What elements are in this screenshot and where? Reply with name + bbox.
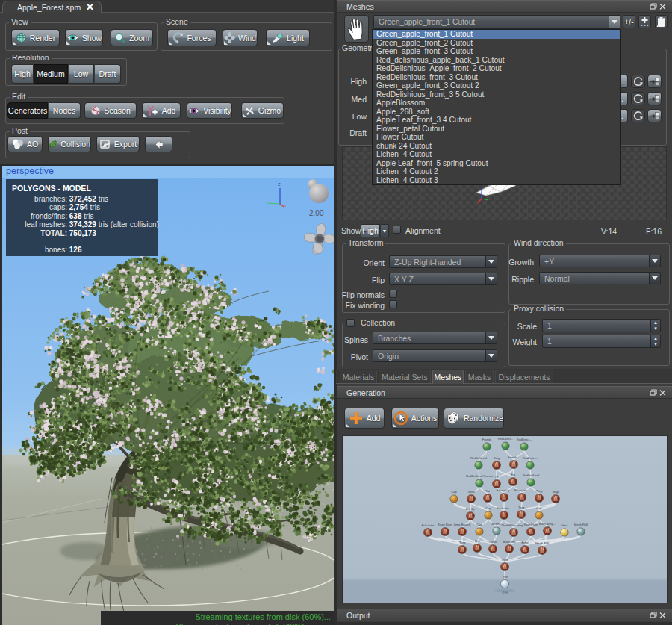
- svg-text:RedDelici...: RedDelici...: [517, 438, 532, 441]
- svg-text:Cap: Cap: [485, 506, 491, 510]
- svg-text:Echi later: Echi later: [422, 523, 435, 527]
- svg-text:Twigs: Twigs: [467, 490, 475, 494]
- svg-text:RedDeltLeaf Fronds: RedDeltLeaf Fronds: [466, 474, 493, 478]
- svg-text:Knee Bran: Knee Bran: [438, 523, 452, 526]
- svg-text:Trunk: Trunk: [501, 558, 508, 562]
- svg-text:Big: Big: [511, 473, 515, 476]
- svg-text:Mesh Roll: Mesh Roll: [574, 523, 588, 526]
- svg-text:Bifurcating...: Bifurcating...: [539, 522, 556, 526]
- svg-text:2.00: 2.00: [309, 209, 324, 217]
- svg-text:Root Flare: Root Flare: [524, 523, 538, 526]
- svg-text:RedDelici...: RedDelici...: [523, 456, 538, 460]
- svg-text:Trunks: Trunks: [488, 540, 497, 544]
- svg-text:Branches: Branches: [503, 540, 516, 544]
- svg-text:Twig: Twig: [536, 489, 542, 493]
- svg-text:Tree: Tree: [501, 591, 508, 594]
- svg-text:z: z: [278, 181, 281, 187]
- svg-text:Cap: Cap: [476, 523, 482, 526]
- svg-text:x: x: [284, 203, 286, 208]
- svg-text:Bifurcat-g...: Bifurcat-g...: [497, 488, 511, 492]
- svg-text:Mesh Roll: Mesh Roll: [535, 541, 549, 545]
- svg-text:Twi: Twi: [485, 489, 490, 493]
- svg-text:Fronds...: Fronds...: [508, 455, 520, 459]
- svg-text:RedDelici...: RedDelici...: [498, 437, 513, 441]
- svg-text:Bra: Bra: [475, 539, 480, 543]
- svg-text:Gnrl: Gnrl: [561, 523, 567, 527]
- svg-text:Bifurcatin...: Bifurcatin...: [497, 506, 511, 510]
- svg-text:RedDeltLeaf: RedDeltLeaf: [470, 456, 488, 460]
- svg-text:Cap: Cap: [451, 490, 457, 494]
- svg-text:Tw: Tw: [494, 475, 498, 479]
- svg-text:Fronds: Fronds: [482, 438, 491, 441]
- svg-text:Big Sp: Big Sp: [466, 507, 476, 511]
- svg-text:NoddBifurcating...: NoddBifurcating...: [502, 523, 526, 527]
- svg-text:Twig: Twig: [494, 456, 500, 460]
- svg-text:Bifurcatin...: Bifurcatin...: [514, 488, 529, 492]
- svg-text:Tree: Tree: [502, 575, 508, 579]
- svg-text:Cap: Cap: [536, 506, 542, 510]
- svg-text:RedDeltLeaf: RedDeltLeaf: [523, 473, 540, 477]
- svg-text:Twig: Twig: [518, 506, 524, 509]
- svg-text:Echo: Echo: [521, 541, 529, 544]
- svg-text:Mchm..: Mchm..: [491, 522, 501, 526]
- svg-text:Twig: Twig: [459, 541, 465, 544]
- svg-text:Twigs: Twigs: [552, 490, 559, 494]
- svg-text:Lime Branch: Lime Branch: [454, 523, 470, 526]
